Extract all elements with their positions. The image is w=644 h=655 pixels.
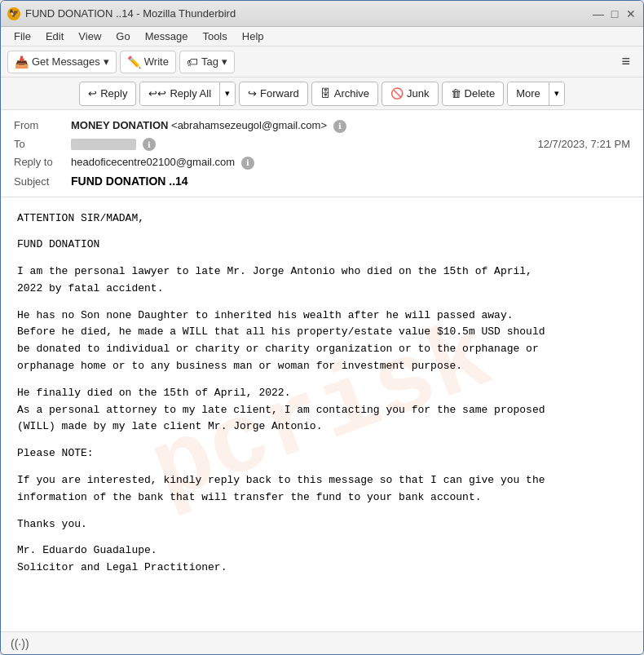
reply-button[interactable]: ↩ Reply (79, 82, 136, 106)
email-paragraph: He has no Son none Daughter to inherited… (17, 308, 627, 375)
delete-icon: 🗑 (451, 87, 461, 100)
subject-label: Subject (14, 175, 71, 188)
menu-item-tools[interactable]: Tools (196, 29, 233, 44)
menu-item-view[interactable]: View (72, 29, 108, 44)
to-address-blurred (71, 139, 136, 150)
tag-dropdown-icon[interactable]: ▾ (222, 55, 227, 68)
get-messages-label: Get Messages (32, 55, 100, 68)
forward-button[interactable]: ↪ Forward (239, 82, 308, 106)
more-label: More (516, 87, 540, 100)
window-controls: — □ ✕ (593, 8, 637, 20)
title-bar: 🦅 FUND DONATION ..14 - Mozilla Thunderbi… (1, 1, 643, 27)
more-split-button: More ▾ (507, 82, 565, 106)
write-icon: ✏️ (127, 55, 141, 69)
reply-all-label: Reply All (170, 87, 211, 100)
bottom-bar: ((·)) (1, 631, 643, 654)
email-paragraph: He finally died on the 15th of April, 20… (17, 385, 627, 436)
action-toolbar: ↩ Reply ↩↩ Reply All ▾ ↪ Forward 🗄 Archi… (1, 77, 643, 110)
subject-value: FUND DONATION ..14 (71, 175, 188, 188)
delete-button[interactable]: 🗑 Delete (442, 82, 505, 106)
reply-all-icon: ↩↩ (148, 87, 166, 100)
get-messages-button[interactable]: 📥 Get Messages ▾ (7, 51, 117, 73)
from-row: From MONEY DONATION <abrahamsezeugol@gma… (14, 117, 630, 135)
window-title: FUND DONATION ..14 - Mozilla Thunderbird (25, 7, 593, 20)
hamburger-button[interactable]: ≡ (615, 51, 637, 73)
tag-icon: 🏷 (187, 55, 198, 69)
toolbar: 📥 Get Messages ▾ ✏️ Write 🏷 Tag ▾ ≡ (1, 46, 643, 77)
email-paragraph: ATTENTION SIR/MADAM, (17, 210, 627, 228)
junk-button[interactable]: 🚫 Junk (382, 82, 438, 106)
forward-label: Forward (260, 87, 299, 100)
archive-label: Archive (334, 87, 369, 100)
write-button[interactable]: ✏️ Write (120, 51, 176, 73)
from-privacy-icon[interactable]: ℹ (333, 120, 346, 133)
to-row: To ℹ 12/7/2023, 7:21 PM (14, 135, 630, 154)
to-privacy-icon[interactable]: ℹ (143, 138, 156, 151)
menu-item-help[interactable]: Help (236, 29, 271, 44)
main-window: 🦅 FUND DONATION ..14 - Mozilla Thunderbi… (0, 0, 644, 655)
menu-item-message[interactable]: Message (139, 29, 195, 44)
tag-label: Tag (201, 55, 218, 68)
app-icon: 🦅 (7, 7, 20, 20)
email-paragraph: If you are interested, kindly reply back… (17, 472, 627, 507)
reply-all-button[interactable]: ↩↩ Reply All (140, 82, 220, 105)
forward-icon: ↪ (248, 87, 257, 100)
minimize-button[interactable]: — (593, 8, 604, 20)
more-dropdown[interactable]: ▾ (549, 82, 564, 105)
menu-item-file[interactable]: File (7, 29, 37, 44)
reply-label: Reply (100, 87, 127, 100)
get-messages-dropdown-icon[interactable]: ▾ (104, 55, 109, 68)
reply-all-split-button: ↩↩ Reply All ▾ (139, 82, 236, 106)
reply-all-dropdown[interactable]: ▾ (220, 82, 235, 105)
to-label: To (14, 138, 71, 150)
email-date: 12/7/2023, 7:21 PM (538, 138, 630, 150)
from-email: <abrahamsezeugol@gmail.com> (171, 119, 327, 131)
close-button[interactable]: ✕ (625, 8, 637, 20)
reply-icon: ↩ (88, 87, 97, 100)
write-label: Write (144, 55, 169, 68)
email-body: pcrisk ATTENTION SIR/MADAM,FUND DONATION… (1, 197, 643, 632)
signal-icon: ((·)) (11, 637, 29, 650)
email-paragraph: I am the personal lawyer to late Mr. Jor… (17, 263, 627, 298)
subject-row: Subject FUND DONATION ..14 (14, 172, 630, 190)
more-button[interactable]: More (508, 82, 549, 105)
reply-to-label: Reply to (14, 156, 71, 168)
to-value: ℹ (71, 138, 538, 152)
archive-button[interactable]: 🗄 Archive (311, 82, 378, 106)
menu-item-edit[interactable]: Edit (39, 29, 70, 44)
email-paragraph: FUND DONATION (17, 237, 627, 254)
maximize-button[interactable]: □ (609, 8, 620, 20)
email-paragraph: Mr. Eduardo Guadalupe.Solicitor and Lega… (17, 542, 627, 577)
email-paragraph: Thanks you. (17, 516, 627, 533)
reply-to-privacy-icon[interactable]: ℹ (241, 157, 254, 170)
inbox-icon: 📥 (15, 55, 29, 69)
reply-to-email: headoficecentre02100@gmail.com (71, 156, 235, 168)
archive-icon: 🗄 (320, 87, 331, 100)
junk-label: Junk (407, 87, 429, 100)
delete-label: Delete (465, 87, 496, 100)
from-value: MONEY DONATION <abrahamsezeugol@gmail.co… (71, 119, 630, 133)
menu-item-go[interactable]: Go (109, 29, 136, 44)
email-paragraph: Please NOTE: (17, 445, 627, 462)
tag-button[interactable]: 🏷 Tag ▾ (179, 51, 235, 73)
from-label: From (14, 119, 71, 131)
email-header: From MONEY DONATION <abrahamsezeugol@gma… (1, 110, 643, 197)
junk-icon: 🚫 (390, 87, 404, 100)
email-content: ATTENTION SIR/MADAM,FUND DONATIONI am th… (17, 210, 627, 578)
reply-to-row: Reply to headoficecentre02100@gmail.com … (14, 153, 630, 172)
from-name: MONEY DONATION (71, 119, 168, 131)
menu-bar: FileEditViewGoMessageToolsHelp (1, 27, 643, 46)
reply-to-value: headoficecentre02100@gmail.com ℹ (71, 156, 630, 170)
